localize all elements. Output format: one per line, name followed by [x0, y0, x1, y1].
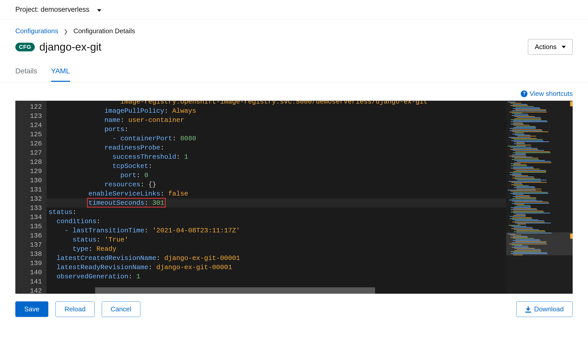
- code-line[interactable]: latestCreatedRevisionName: django-ex-git…: [47, 254, 506, 263]
- chevron-right-icon: ❯: [64, 29, 68, 34]
- download-label: Download: [534, 305, 564, 313]
- download-icon: [525, 306, 531, 312]
- code-line[interactable]: resources: {}: [47, 180, 506, 189]
- breadcrumb-configurations[interactable]: Configurations: [15, 27, 58, 35]
- code-line[interactable]: type: Ready: [47, 244, 506, 254]
- minimap[interactable]: [506, 101, 573, 294]
- code-line[interactable]: ports:: [47, 125, 506, 134]
- code-line[interactable]: - containerPort: 8080: [47, 134, 506, 143]
- project-selector[interactable]: Project: demoserverless: [0, 0, 588, 19]
- actions-dropdown[interactable]: Actions: [528, 39, 573, 55]
- code-line[interactable]: timeoutSeconds: 301: [47, 198, 506, 208]
- caret-down-icon: [562, 44, 566, 50]
- code-area[interactable]: image-registry.openshift-image-registry.…: [47, 101, 506, 294]
- caret-down-icon: [97, 6, 101, 14]
- code-line[interactable]: status:: [47, 208, 506, 217]
- code-line[interactable]: image-registry.openshift-image-registry.…: [47, 101, 506, 106]
- page-title: django-ex-git: [39, 41, 101, 53]
- code-line[interactable]: conditions:: [47, 217, 506, 226]
- breadcrumb: Configurations ❯ Configuration Details: [0, 19, 588, 35]
- horizontal-scrollbar[interactable]: [95, 287, 375, 294]
- save-button[interactable]: Save: [15, 301, 48, 317]
- shortcuts-label: View shortcuts: [529, 90, 573, 98]
- cancel-button[interactable]: Cancel: [102, 301, 140, 317]
- code-line[interactable]: tcpSocket:: [47, 162, 506, 171]
- project-label: Project: demoserverless: [15, 6, 89, 14]
- code-line[interactable]: name: user-container: [47, 116, 506, 125]
- tab-yaml[interactable]: YAML: [51, 62, 70, 82]
- line-gutter: 1221231241251261271281291301311321331341…: [15, 101, 47, 294]
- code-line[interactable]: - lastTransitionTime: '2021-04-08T23:11:…: [47, 226, 506, 235]
- code-line[interactable]: port: 0: [47, 171, 506, 180]
- code-line[interactable]: successThreshold: 1: [47, 152, 506, 162]
- code-line[interactable]: latestReadyRevisionName: django-ex-git-0…: [47, 263, 506, 272]
- resource-badge: CFG: [15, 43, 35, 51]
- download-button[interactable]: Download: [516, 301, 573, 317]
- breadcrumb-current: Configuration Details: [73, 27, 135, 35]
- yaml-editor[interactable]: 1221231241251261271281291301311321331341…: [15, 101, 573, 294]
- view-shortcuts-link[interactable]: ? View shortcuts: [521, 90, 573, 98]
- tab-details[interactable]: Details: [15, 62, 37, 82]
- actions-label: Actions: [535, 43, 557, 51]
- reload-button[interactable]: Reload: [55, 301, 94, 317]
- help-icon: ?: [521, 90, 527, 97]
- code-line[interactable]: imagePullPolicy: Always: [47, 106, 506, 116]
- code-line[interactable]: observedGeneration: 1: [47, 272, 506, 281]
- code-line[interactable]: status: 'True': [47, 235, 506, 244]
- code-line[interactable]: enableServiceLinks: false: [47, 189, 506, 198]
- tabs: Details YAML: [0, 62, 588, 82]
- code-line[interactable]: readinessProbe:: [47, 143, 506, 152]
